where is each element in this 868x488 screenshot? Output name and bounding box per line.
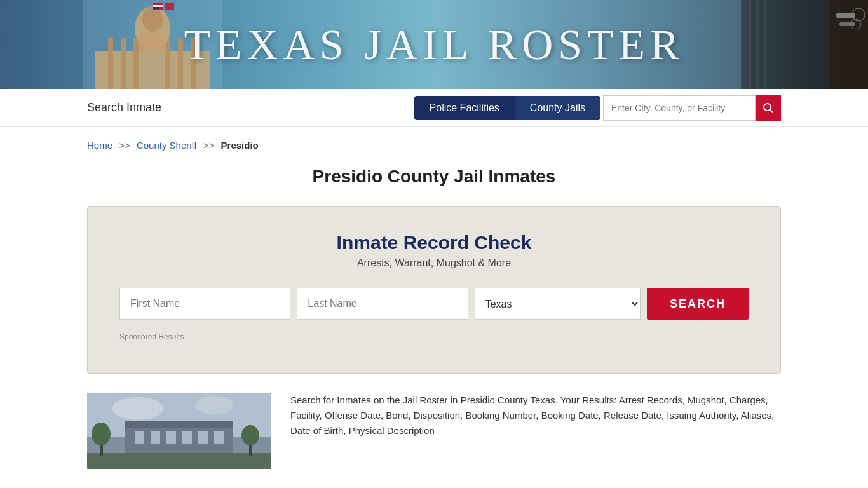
first-name-input[interactable] — [119, 288, 290, 320]
svg-rect-14 — [153, 7, 159, 9]
nav-search-label: Search Inmate — [87, 101, 414, 114]
svg-rect-2 — [108, 38, 113, 89]
breadcrumb-home[interactable]: Home — [87, 140, 112, 151]
svg-rect-40 — [87, 453, 271, 469]
svg-rect-10 — [139, 35, 166, 51]
svg-point-30 — [112, 397, 163, 420]
svg-rect-19 — [839, 22, 855, 26]
building-thumbnail — [87, 393, 271, 469]
bottom-image — [87, 393, 271, 469]
search-panel-title: Inmate Record Check — [119, 232, 749, 254]
svg-rect-23 — [749, 0, 751, 89]
svg-rect-39 — [214, 431, 224, 444]
svg-rect-25 — [764, 0, 766, 89]
nav-search-button[interactable] — [756, 95, 781, 121]
police-facilities-button[interactable]: Police Facilities — [414, 96, 515, 120]
svg-point-31 — [195, 396, 233, 414]
search-fields: AlabamaAlaskaArizonaArkansasCaliforniaCo… — [119, 288, 749, 320]
svg-rect-34 — [135, 431, 144, 444]
header-banner: Texas Jail Roster — [0, 0, 868, 89]
svg-rect-13 — [153, 5, 163, 7]
breadcrumb: Home >> County Sheriff >> Presidio — [0, 127, 868, 157]
svg-point-44 — [241, 425, 259, 445]
svg-rect-38 — [198, 431, 208, 444]
breadcrumb-current: Presidio — [221, 140, 259, 151]
svg-rect-15 — [165, 3, 174, 10]
svg-point-42 — [92, 423, 111, 445]
county-jails-button[interactable]: County Jails — [515, 96, 600, 120]
search-icon — [763, 102, 774, 114]
search-panel: Inmate Record Check Arrests, Warrant, Mu… — [87, 206, 781, 374]
svg-rect-22 — [741, 0, 743, 89]
breadcrumb-sep-1: >> — [119, 140, 130, 151]
last-name-input[interactable] — [297, 288, 468, 320]
svg-line-27 — [770, 109, 773, 112]
svg-rect-3 — [121, 38, 126, 89]
nav-buttons: Police Facilities County Jails — [414, 95, 781, 121]
breadcrumb-county-sheriff[interactable]: County Sheriff — [137, 140, 197, 151]
bottom-section: Search for Inmates on the Jail Roster in… — [0, 374, 868, 488]
svg-rect-36 — [166, 431, 176, 444]
navbar: Search Inmate Police Facilities County J… — [0, 89, 868, 127]
site-title: Texas Jail Roster — [184, 20, 684, 70]
search-button[interactable]: SEARCH — [647, 288, 749, 320]
search-panel-subtitle: Arrests, Warrant, Mugshot & More — [119, 257, 749, 269]
svg-rect-6 — [178, 38, 183, 89]
nav-search-input[interactable] — [603, 95, 756, 121]
breadcrumb-sep-2: >> — [203, 140, 215, 151]
bottom-description: Search for Inmates on the Jail Roster in… — [290, 393, 781, 469]
svg-rect-37 — [182, 431, 192, 444]
state-select[interactable]: AlabamaAlaskaArizonaArkansasCaliforniaCo… — [475, 288, 641, 320]
svg-rect-4 — [133, 38, 139, 89]
svg-rect-24 — [756, 0, 759, 89]
svg-rect-35 — [151, 431, 160, 444]
svg-rect-33 — [125, 421, 233, 428]
nav-search-wrapper — [603, 95, 781, 121]
sponsored-label: Sponsored Results — [119, 332, 749, 341]
page-title: Presidio County Jail Inmates — [0, 157, 868, 206]
keys-image — [741, 0, 868, 89]
